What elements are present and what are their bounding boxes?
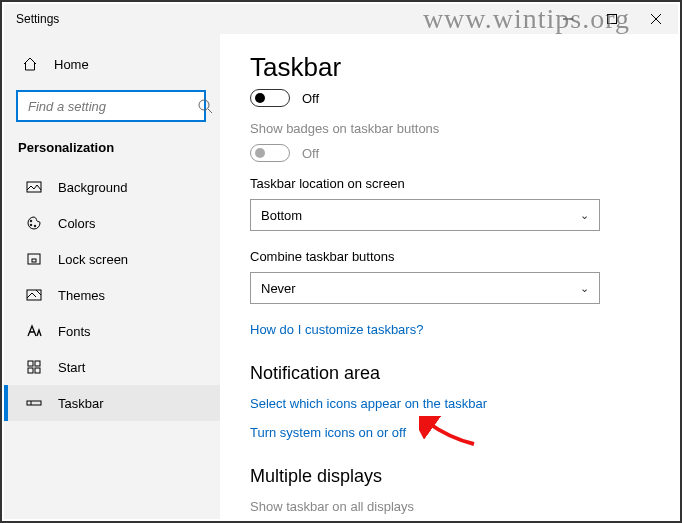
window-title: Settings: [16, 12, 59, 26]
category-header: Personalization: [4, 140, 220, 169]
start-icon: [26, 359, 42, 375]
home-nav[interactable]: Home: [4, 48, 220, 80]
window-buttons: [546, 4, 678, 34]
home-icon: [22, 56, 38, 72]
home-label: Home: [54, 57, 89, 72]
svg-point-9: [34, 225, 36, 227]
notification-area-header: Notification area: [250, 363, 648, 384]
select-icons-link[interactable]: Select which icons appear on the taskbar: [250, 396, 648, 411]
combine-label: Combine taskbar buttons: [250, 249, 648, 264]
location-dropdown[interactable]: Bottom ⌄: [250, 199, 600, 231]
fonts-icon: [26, 323, 42, 339]
sidebar-item-lockscreen[interactable]: Lock screen: [4, 241, 220, 277]
search-input[interactable]: [28, 99, 197, 114]
content-pane: Taskbar Off Show badges on taskbar butto…: [220, 34, 678, 519]
sidebar-item-label: Start: [58, 360, 85, 375]
svg-rect-15: [28, 368, 33, 373]
themes-icon: [26, 287, 42, 303]
sidebar-item-background[interactable]: Background: [4, 169, 220, 205]
search-icon: [197, 98, 213, 114]
location-value: Bottom: [261, 208, 302, 223]
sidebar-item-label: Background: [58, 180, 127, 195]
customize-link[interactable]: How do I customize taskbars?: [250, 322, 648, 337]
combine-dropdown[interactable]: Never ⌄: [250, 272, 600, 304]
sidebar-item-start[interactable]: Start: [4, 349, 220, 385]
sidebar-item-label: Themes: [58, 288, 105, 303]
badges-label: Show badges on taskbar buttons: [250, 121, 648, 136]
location-label: Taskbar location on screen: [250, 176, 648, 191]
titlebar: Settings: [4, 4, 678, 34]
sidebar-item-label: Lock screen: [58, 252, 128, 267]
minimize-button[interactable]: [546, 4, 590, 34]
sidebar-item-fonts[interactable]: Fonts: [4, 313, 220, 349]
toggle-unknown[interactable]: [250, 89, 290, 107]
toggle-label: Off: [302, 91, 319, 106]
page-title: Taskbar: [250, 52, 648, 83]
svg-rect-1: [608, 15, 617, 24]
svg-rect-11: [32, 259, 36, 262]
svg-rect-17: [27, 401, 41, 405]
sidebar-item-label: Colors: [58, 216, 96, 231]
multiple-displays-header: Multiple displays: [250, 466, 648, 487]
svg-point-8: [30, 224, 32, 226]
sidebar: Home Personalization Background Colors: [4, 34, 220, 519]
toggle-badges-label: Off: [302, 146, 319, 161]
svg-rect-16: [35, 368, 40, 373]
chevron-down-icon: ⌄: [580, 282, 589, 295]
multiple-displays-label: Show taskbar on all displays: [250, 499, 648, 514]
sidebar-item-taskbar[interactable]: Taskbar: [4, 385, 220, 421]
maximize-button[interactable]: [590, 4, 634, 34]
svg-rect-13: [28, 361, 33, 366]
system-icons-link[interactable]: Turn system icons on or off: [250, 425, 648, 440]
search-box[interactable]: [16, 90, 206, 122]
taskbar-icon: [26, 395, 42, 411]
close-button[interactable]: [634, 4, 678, 34]
sidebar-item-themes[interactable]: Themes: [4, 277, 220, 313]
combine-value: Never: [261, 281, 296, 296]
svg-line-5: [208, 109, 212, 113]
sidebar-item-label: Taskbar: [58, 396, 104, 411]
sidebar-item-label: Fonts: [58, 324, 91, 339]
lockscreen-icon: [26, 251, 42, 267]
svg-point-4: [199, 100, 209, 110]
toggle-badges: [250, 144, 290, 162]
svg-rect-14: [35, 361, 40, 366]
colors-icon: [26, 215, 42, 231]
background-icon: [26, 179, 42, 195]
chevron-down-icon: ⌄: [580, 209, 589, 222]
sidebar-item-colors[interactable]: Colors: [4, 205, 220, 241]
svg-point-7: [30, 220, 32, 222]
